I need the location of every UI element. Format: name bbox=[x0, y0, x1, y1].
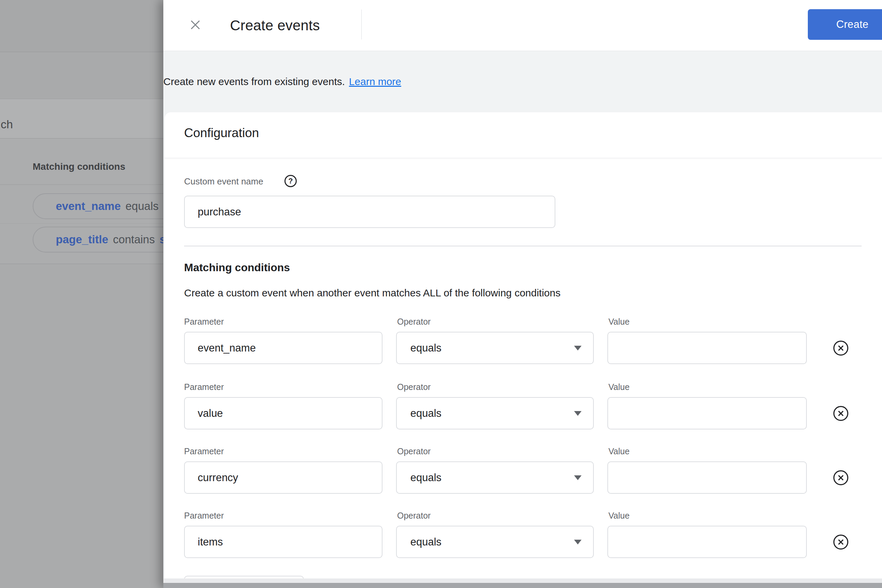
horizontal-scrollbar-track[interactable] bbox=[164, 579, 882, 583]
dropdown-arrow-icon bbox=[574, 540, 582, 544]
configuration-card: Configuration Custom event name ? Matchi… bbox=[165, 112, 882, 579]
operator-value: equals bbox=[410, 407, 441, 420]
operator-select[interactable]: equals bbox=[396, 332, 594, 364]
info-banner: Create new events from existing events. … bbox=[164, 51, 882, 112]
custom-event-name-label: Custom event name bbox=[184, 176, 263, 187]
banner-text: Create new events from existing events. bbox=[164, 76, 345, 87]
create-events-panel: Create events Create Create new events f… bbox=[164, 0, 882, 588]
operator-select[interactable]: equals bbox=[396, 526, 594, 558]
parameter-label: Parameter bbox=[184, 382, 224, 392]
remove-circle-x-icon bbox=[832, 470, 849, 486]
operator-label: Operator bbox=[397, 511, 431, 520]
parameter-input[interactable] bbox=[184, 461, 382, 494]
operator-value: equals bbox=[410, 472, 441, 484]
remove-condition-button[interactable] bbox=[832, 534, 849, 550]
parameter-label: Parameter bbox=[184, 511, 224, 520]
dropdown-arrow-icon bbox=[574, 411, 582, 416]
remove-circle-x-icon bbox=[832, 340, 849, 356]
operator-label: Operator bbox=[397, 447, 431, 456]
parameter-input[interactable] bbox=[184, 526, 382, 558]
operator-label: Operator bbox=[397, 382, 431, 392]
remove-condition-button[interactable] bbox=[832, 405, 849, 422]
section-divider bbox=[165, 158, 882, 158]
operator-label: Operator bbox=[397, 317, 431, 327]
header-divider bbox=[362, 9, 362, 39]
custom-event-name-input[interactable] bbox=[184, 196, 555, 228]
operator-select[interactable]: equals bbox=[396, 461, 594, 494]
section-title-matching-conditions: Matching conditions bbox=[184, 261, 290, 274]
dropdown-arrow-icon bbox=[574, 346, 582, 351]
section-title-configuration: Configuration bbox=[184, 126, 259, 140]
create-button[interactable]: Create bbox=[808, 9, 882, 40]
horizontal-scrollbar-thumb[interactable] bbox=[164, 583, 882, 588]
parameter-input[interactable] bbox=[184, 397, 382, 429]
chip-parameter: page_title bbox=[56, 233, 108, 246]
matching-conditions-description: Create a custom event when another event… bbox=[184, 287, 560, 299]
panel-header: Create events Create bbox=[164, 0, 882, 51]
value-label: Value bbox=[608, 447, 630, 456]
operator-select[interactable]: equals bbox=[396, 397, 594, 429]
remove-condition-button[interactable] bbox=[832, 340, 849, 356]
value-label: Value bbox=[608, 511, 630, 520]
remove-circle-x-icon bbox=[832, 405, 849, 422]
chip-operator: contains bbox=[113, 233, 155, 246]
close-button[interactable] bbox=[184, 14, 206, 36]
chip-parameter: event_name bbox=[56, 200, 121, 213]
page-title: Create events bbox=[230, 0, 320, 51]
value-label: Value bbox=[608, 382, 630, 392]
background-search-text: ch bbox=[1, 118, 13, 131]
chip-operator: equals bbox=[126, 200, 159, 213]
background-column-header: Matching conditions bbox=[33, 161, 125, 172]
help-icon[interactable]: ? bbox=[285, 175, 297, 187]
value-input[interactable] bbox=[608, 526, 807, 558]
parameter-label: Parameter bbox=[184, 317, 224, 327]
remove-circle-x-icon bbox=[832, 534, 849, 550]
remove-condition-button[interactable] bbox=[832, 470, 849, 486]
learn-more-link[interactable]: Learn more bbox=[349, 76, 401, 87]
value-input[interactable] bbox=[608, 461, 807, 494]
value-input[interactable] bbox=[608, 332, 807, 364]
parameter-input[interactable] bbox=[184, 332, 382, 364]
value-input[interactable] bbox=[608, 397, 807, 429]
value-label: Value bbox=[608, 317, 630, 327]
horizontal-rule bbox=[184, 246, 862, 246]
close-icon bbox=[189, 19, 201, 31]
operator-value: equals bbox=[410, 342, 441, 354]
operator-value: equals bbox=[410, 536, 441, 548]
parameter-label: Parameter bbox=[184, 447, 224, 456]
dropdown-arrow-icon bbox=[574, 476, 582, 480]
